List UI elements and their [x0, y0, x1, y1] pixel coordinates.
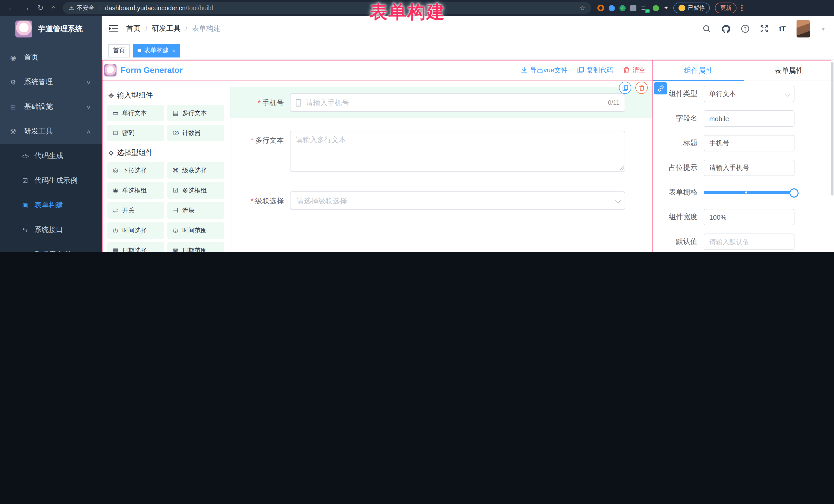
palette-item-slider[interactable]: ⊣滑块 [167, 202, 224, 219]
cascader-field[interactable] [295, 196, 611, 205]
item-delete-button[interactable] [635, 82, 648, 94]
clear-button[interactable]: 清空 [623, 65, 646, 75]
app-header: 首页 / 研发工具 / 表单构建 ? tT [102, 16, 834, 42]
board-item-cascader[interactable]: *级联选择 [238, 192, 646, 210]
copy-icon [622, 85, 628, 91]
tab-form-builder[interactable]: 表单构建 × [133, 44, 180, 57]
security-label[interactable]: 不安全 [76, 4, 94, 12]
bookmark-star-icon[interactable]: ☆ [579, 4, 585, 12]
extension-on-badge-icon[interactable]: ☰on [641, 4, 648, 12]
browser-home-icon[interactable]: ⌂ [51, 0, 56, 16]
palette-item-time-range[interactable]: ◶时间范围 [167, 222, 224, 239]
browser-back-icon[interactable]: ← [8, 0, 15, 16]
clear-label: 清空 [632, 65, 646, 75]
palette-item-label: 日期选择 [122, 246, 147, 252]
font-size-icon[interactable]: tT [779, 25, 786, 33]
palette-item-checkbox-group[interactable]: ☑多选框组 [167, 182, 224, 199]
textarea-box[interactable] [290, 131, 625, 172]
browser-update-button[interactable]: 更新 [715, 3, 737, 13]
palette-item-single-text[interactable]: ▭单行文本 [107, 105, 164, 121]
textarea-field[interactable] [290, 131, 624, 171]
palette-item-date-range[interactable]: ▩日期范围 [167, 242, 224, 252]
palette-item-switch[interactable]: ⇌开关 [107, 202, 164, 219]
counter-123-icon: 123 [171, 131, 180, 135]
field-label-phone: *手机号 [238, 93, 290, 112]
item-copy-button[interactable] [619, 82, 631, 94]
table-icon: ▤ [21, 251, 29, 252]
palette-item-time-picker[interactable]: ◷时间选择 [107, 222, 164, 239]
close-icon[interactable]: × [172, 47, 175, 53]
slider-icon: ⊣ [171, 207, 180, 214]
palette-item-select[interactable]: ◎下拉选择 [107, 162, 164, 179]
component-type-value[interactable] [704, 86, 794, 102]
select-icon: ◎ [111, 167, 119, 174]
extension-star-icon[interactable]: ✦ [664, 5, 668, 11]
palette-item-textarea[interactable]: ▤多行文本 [167, 105, 224, 121]
slider-track[interactable] [704, 191, 794, 194]
palette-item-cascader[interactable]: ⌘级联选择 [167, 162, 224, 179]
palette-item-password[interactable]: ⊡密码 [107, 125, 164, 141]
sidebar-item-label: 研发工具 [24, 127, 53, 136]
placeholder-input[interactable] [704, 160, 794, 176]
tab-home[interactable]: 首页 [108, 44, 130, 57]
browser-forward-icon[interactable]: → [23, 0, 30, 16]
copy-code-button[interactable]: 复制代码 [577, 65, 613, 75]
cascader-select[interactable] [290, 192, 625, 210]
default-value-input[interactable] [704, 234, 794, 250]
phone-input[interactable]: 0/11 [290, 93, 625, 112]
palette-item-date-picker[interactable]: ▦日期选择 [107, 242, 164, 252]
component-type-select[interactable] [704, 86, 794, 102]
palette-item-radio-group[interactable]: ◉单选框组 [107, 182, 164, 199]
board-item-phone-selected[interactable]: *手机号 0/11 [231, 87, 653, 118]
extension-leaf-icon[interactable] [653, 5, 659, 11]
palette-item-label: 计数器 [182, 129, 201, 137]
help-icon[interactable]: ? [741, 25, 749, 33]
sidebar-item-devtools[interactable]: ⚒ 研发工具 ∧ [0, 119, 102, 144]
form-grid-slider[interactable] [704, 184, 794, 201]
field-label-textarea: *多行文本 [238, 131, 290, 172]
fullscreen-icon[interactable] [760, 25, 768, 33]
sidebar-logo-row[interactable]: 芋道管理系统 [0, 16, 102, 42]
hamburger-collapse-icon[interactable] [109, 25, 118, 32]
extension-pin-icon[interactable] [609, 5, 615, 11]
width-input[interactable] [704, 209, 794, 225]
github-icon[interactable] [722, 24, 730, 33]
extension-ring-icon[interactable] [597, 5, 604, 11]
extensions-puzzle-icon[interactable] [630, 5, 636, 11]
breadcrumb-group[interactable]: 研发工具 [152, 24, 181, 34]
user-menu-caret-icon[interactable]: ▼ [821, 26, 826, 31]
tab-component-props[interactable]: 组件属性 [653, 60, 744, 81]
sidebar-item-db-doc[interactable]: ▤ 数据库文档 [0, 242, 102, 252]
palette-item-counter[interactable]: 123计数器 [167, 125, 224, 141]
prop-label: 表单栅格 [659, 188, 704, 197]
sidebar-item-form-builder[interactable]: ▣ 表单构建 [0, 193, 102, 218]
breadcrumb: 首页 / 研发工具 / 表单构建 [126, 24, 221, 34]
drawing-board: *手机号 0/11 *多行文本 [230, 81, 653, 252]
address-bar[interactable]: ⚠ 不安全 dashboard.yudao.iocoder.cn /tool/b… [63, 2, 591, 14]
prop-row-width: 组件宽度 [659, 209, 794, 225]
sidebar-item-home[interactable]: ◉ 首页 [0, 45, 102, 70]
board-item-textarea[interactable]: *多行文本 [238, 131, 646, 172]
tab-form-props[interactable]: 表单属性 [744, 60, 834, 81]
palette-item-label: 单选框组 [122, 186, 147, 195]
extension-check-icon[interactable]: ✓ [619, 5, 626, 11]
breadcrumb-home[interactable]: 首页 [126, 24, 140, 34]
sidebar-item-api[interactable]: ⇆ 系统接口 [0, 218, 102, 242]
sidebar-item-system[interactable]: ⚙ 系统管理 ∨ [0, 70, 102, 94]
panel-scrollbar[interactable] [831, 62, 833, 196]
sidebar-item-codegen-demo[interactable]: ☑ 代码生成示例 [0, 168, 102, 193]
browser-reload-icon[interactable]: ↻ [38, 0, 43, 16]
phone-input-field[interactable] [305, 98, 604, 107]
sidebar-item-infra[interactable]: ⊟ 基础设施 ∨ [0, 94, 102, 119]
user-avatar[interactable] [796, 20, 810, 38]
slider-handle[interactable] [789, 188, 798, 198]
browser-menu-icon[interactable] [741, 5, 743, 11]
palette-item-label: 级联选择 [182, 166, 207, 175]
profile-paused-badge[interactable]: 已暂停 [674, 3, 710, 13]
data-binding-link-button[interactable] [654, 82, 667, 94]
title-input[interactable] [704, 135, 794, 151]
field-name-input[interactable] [704, 110, 794, 127]
export-vue-button[interactable]: 导出vue文件 [521, 65, 568, 75]
search-icon[interactable] [703, 25, 711, 33]
sidebar-item-codegen[interactable]: </> 代码生成 [0, 144, 102, 168]
